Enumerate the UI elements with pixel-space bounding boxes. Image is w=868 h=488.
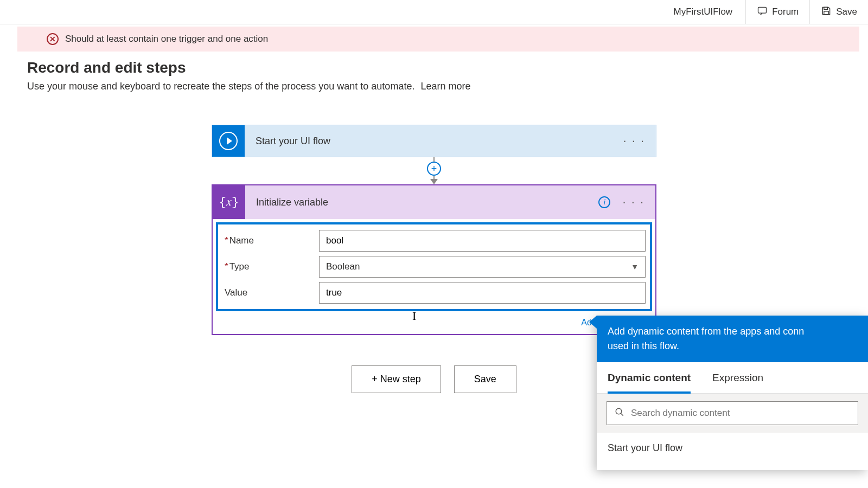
save-icon bbox=[821, 5, 832, 19]
play-icon bbox=[219, 132, 238, 150]
start-step-title: Start your UI flow bbox=[251, 136, 330, 147]
svg-rect-1 bbox=[824, 7, 828, 9]
name-row: *Name bbox=[222, 230, 646, 252]
svg-rect-2 bbox=[824, 11, 828, 14]
connector: + bbox=[430, 157, 438, 184]
new-step-button[interactable]: + New step bbox=[352, 365, 441, 393]
type-select[interactable]: Boolean ▼ bbox=[319, 256, 646, 278]
save-button[interactable]: Save bbox=[454, 365, 516, 393]
learn-more-link[interactable]: Learn more bbox=[420, 81, 470, 92]
forum-button[interactable]: Forum bbox=[745, 0, 809, 24]
page-subtitle: Use your mouse and keyboard to recreate … bbox=[27, 81, 414, 92]
value-label: Value bbox=[225, 287, 247, 298]
variable-icon: {𝑥} bbox=[219, 195, 239, 209]
flyout-tabs: Dynamic content Expression bbox=[597, 362, 868, 394]
svg-point-3 bbox=[616, 408, 622, 414]
name-input[interactable] bbox=[319, 230, 646, 252]
flyout-section-title: Start your UI flow bbox=[597, 433, 868, 470]
svg-line-4 bbox=[621, 413, 623, 416]
value-input[interactable] bbox=[319, 282, 646, 304]
insert-step-button[interactable]: + bbox=[427, 162, 441, 176]
dynamic-content-search-input[interactable] bbox=[631, 408, 850, 419]
search-icon bbox=[615, 407, 624, 420]
initialize-variable-header[interactable]: {𝑥} Initialize variable i · · · bbox=[213, 185, 655, 219]
arrow-down-icon bbox=[430, 179, 438, 184]
flyout-search bbox=[607, 401, 858, 425]
variable-step-menu[interactable]: · · · bbox=[618, 195, 649, 209]
start-step-menu[interactable]: · · · bbox=[618, 134, 649, 148]
variable-form: *Name *Type Boolean ▼ Value bbox=[216, 222, 652, 311]
tab-expression[interactable]: Expression bbox=[712, 372, 763, 393]
page-subtitle-row: Use your mouse and keyboard to recreate … bbox=[0, 81, 868, 92]
forum-label: Forum bbox=[772, 7, 799, 17]
name-label: Name bbox=[229, 235, 254, 246]
initialize-variable-card: {𝑥} Initialize variable i · · · *Name *T… bbox=[212, 184, 656, 335]
text-cursor-icon: I bbox=[412, 309, 416, 323]
save-button-top[interactable]: Save bbox=[809, 0, 868, 24]
error-icon: ✕ bbox=[47, 33, 59, 45]
flow-name: MyFirstUIFlow bbox=[663, 0, 746, 24]
error-message: Should at least contain one trigger and … bbox=[65, 34, 268, 44]
chat-icon bbox=[757, 5, 768, 19]
page-header: Record and edit steps bbox=[0, 54, 868, 81]
flow-name-text: MyFirstUIFlow bbox=[674, 7, 733, 17]
svg-rect-0 bbox=[758, 7, 767, 13]
chevron-down-icon: ▼ bbox=[631, 262, 639, 271]
flyout-header: Add dynamic content from the apps and co… bbox=[597, 316, 868, 362]
type-value: Boolean bbox=[326, 261, 360, 272]
start-step-card[interactable]: Start your UI flow · · · bbox=[212, 125, 656, 157]
save-label-top: Save bbox=[836, 7, 857, 17]
type-label: Type bbox=[229, 261, 250, 272]
error-banner: ✕ Should at least contain one trigger an… bbox=[17, 27, 859, 52]
value-row: Value bbox=[222, 282, 646, 304]
info-icon[interactable]: i bbox=[598, 196, 610, 208]
tab-dynamic-content[interactable]: Dynamic content bbox=[608, 372, 691, 394]
start-step-icon-box bbox=[212, 125, 245, 157]
type-row: *Type Boolean ▼ bbox=[222, 256, 646, 278]
top-bar: MyFirstUIFlow Forum Save bbox=[0, 0, 868, 24]
flyout-pointer-icon bbox=[589, 316, 597, 329]
initialize-variable-title: Initialize variable bbox=[252, 197, 328, 208]
page-title: Record and edit steps bbox=[27, 59, 841, 76]
dynamic-content-flyout: Add dynamic content from the apps and co… bbox=[597, 316, 868, 470]
footer-buttons: + New step Save bbox=[352, 365, 516, 393]
